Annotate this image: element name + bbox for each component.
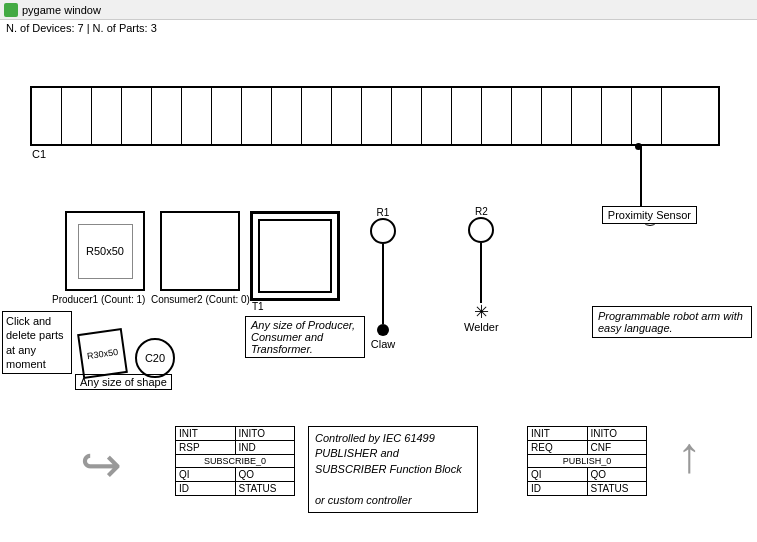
fb-right-qi: QI xyxy=(528,468,588,481)
welder-spark: ✳ xyxy=(464,303,499,321)
c20-circle[interactable]: C20 xyxy=(135,338,175,378)
proximity-sensor-line xyxy=(640,147,642,209)
any-size-shape: Any size of shape xyxy=(75,374,172,390)
consumer-box[interactable] xyxy=(160,211,240,291)
fb-left-qo: QO xyxy=(236,468,295,481)
pc-labels: Producer1 (Count: 1) Consumer2 (Count: 0… xyxy=(52,294,250,305)
conveyor-seg xyxy=(542,88,572,144)
conveyor-seg xyxy=(422,88,452,144)
fb-right-id: ID xyxy=(528,482,588,495)
fb-right-col2-header: INITO xyxy=(588,427,647,440)
fb-left-subscribe: SUBSCRIBE_0 xyxy=(176,455,294,468)
arrow-left-icon: ↪ xyxy=(80,436,122,494)
transformer-label: T1 xyxy=(252,301,264,312)
statusbar: N. of Devices: 7 | N. of Parts: 3 xyxy=(0,20,757,36)
proximity-sensor-label: Proximity Sensor xyxy=(602,206,697,224)
fb-left-col1-header: INIT xyxy=(176,427,236,440)
welder-area[interactable]: R2 ✳ Welder xyxy=(464,206,499,333)
arrow-right-icon: ↑ xyxy=(677,426,702,484)
fb-left-ind: IND xyxy=(236,441,295,454)
conveyor-seg xyxy=(92,88,122,144)
middle-text-line3: SUBSCRIBER Function Block xyxy=(315,463,462,475)
claw-id: R1 xyxy=(370,207,396,218)
conveyor-seg xyxy=(242,88,272,144)
conveyor-seg xyxy=(632,88,662,144)
conveyor-seg xyxy=(392,88,422,144)
conveyor-seg xyxy=(122,88,152,144)
fb-left-qi: QI xyxy=(176,468,236,481)
fb-left-row1: RSP IND xyxy=(176,441,294,455)
producer-box[interactable]: R50x50 xyxy=(65,211,145,291)
conveyor-label: C1 xyxy=(32,148,46,160)
fb-right-req: REQ xyxy=(528,441,588,454)
click-delete-label: Click and delete parts at any moment xyxy=(2,311,72,374)
transformer-inner xyxy=(258,219,332,293)
middle-text-line2: PUBLISHER and xyxy=(315,447,399,459)
conveyor-seg xyxy=(212,88,242,144)
middle-text-line5: or custom controller xyxy=(315,494,412,506)
main-area: Any size, 4 directions and adjustable sp… xyxy=(0,36,757,536)
conveyor-seg xyxy=(152,88,182,144)
welder-circle-top xyxy=(468,217,494,243)
fb-right-qo: QO xyxy=(588,468,647,481)
robot-arm-label: Programmable robot arm with easy languag… xyxy=(592,306,752,338)
conveyor-seg xyxy=(572,88,602,144)
fb-right-row2: QI QO xyxy=(528,468,646,482)
fb-left[interactable]: INIT INITO RSP IND SUBSCRIBE_0 QI QO ID … xyxy=(175,426,295,496)
fb-left-rsp: RSP xyxy=(176,441,236,454)
fb-left-header: INIT INITO xyxy=(176,427,294,441)
conveyor-seg xyxy=(332,88,362,144)
claw-area[interactable]: R1 Claw xyxy=(370,206,396,350)
conveyor-seg xyxy=(512,88,542,144)
conveyor-seg xyxy=(452,88,482,144)
small-r-box[interactable]: R30x50 xyxy=(77,328,128,379)
app-icon xyxy=(4,3,18,17)
fb-right[interactable]: INIT INITO REQ CNF PUBLISH_0 QI QO ID ST… xyxy=(527,426,647,496)
conveyor-seg xyxy=(482,88,512,144)
conveyor-seg xyxy=(362,88,392,144)
fb-right-publish: PUBLISH_0 xyxy=(528,455,646,468)
middle-text-line1: Controlled by IEC 61499 xyxy=(315,432,435,444)
producer-inner: R50x50 xyxy=(78,224,133,279)
fb-left-row2: QI QO xyxy=(176,468,294,482)
titlebar: pygame window xyxy=(0,0,757,20)
fb-right-row3: ID STATUS xyxy=(528,482,646,495)
fb-left-row3: ID STATUS xyxy=(176,482,294,495)
welder-label: Welder xyxy=(464,321,499,333)
claw-dot-bottom xyxy=(377,324,389,336)
fb-right-status: STATUS xyxy=(588,482,647,495)
conveyor-seg xyxy=(32,88,62,144)
claw-label: Claw xyxy=(370,338,396,350)
fb-right-header: INIT INITO xyxy=(528,427,646,441)
fb-left-status: STATUS xyxy=(236,482,295,495)
fb-right-cnf: CNF xyxy=(588,441,647,454)
fb-right-row1: REQ CNF xyxy=(528,441,646,455)
conveyor-seg xyxy=(272,88,302,144)
claw-line xyxy=(382,244,384,324)
any-size-pct: Any size of Producer, Consumer and Trans… xyxy=(245,316,365,358)
fb-right-col1-header: INIT xyxy=(528,427,588,440)
claw-circle-top xyxy=(370,218,396,244)
conveyor[interactable]: C1 xyxy=(30,86,720,146)
conveyor-seg xyxy=(182,88,212,144)
transformer-box[interactable] xyxy=(250,211,340,301)
welder-line xyxy=(480,243,482,303)
welder-id: R2 xyxy=(464,206,499,217)
conveyor-seg xyxy=(602,88,632,144)
device-count: N. of Devices: 7 | N. of Parts: 3 xyxy=(6,22,157,34)
window-title: pygame window xyxy=(22,4,101,16)
fb-left-id: ID xyxy=(176,482,236,495)
middle-text-box: Controlled by IEC 61499 PUBLISHER and SU… xyxy=(308,426,478,513)
conveyor-seg xyxy=(302,88,332,144)
fb-left-col2-header: INITO xyxy=(236,427,295,440)
conveyor-seg xyxy=(62,88,92,144)
